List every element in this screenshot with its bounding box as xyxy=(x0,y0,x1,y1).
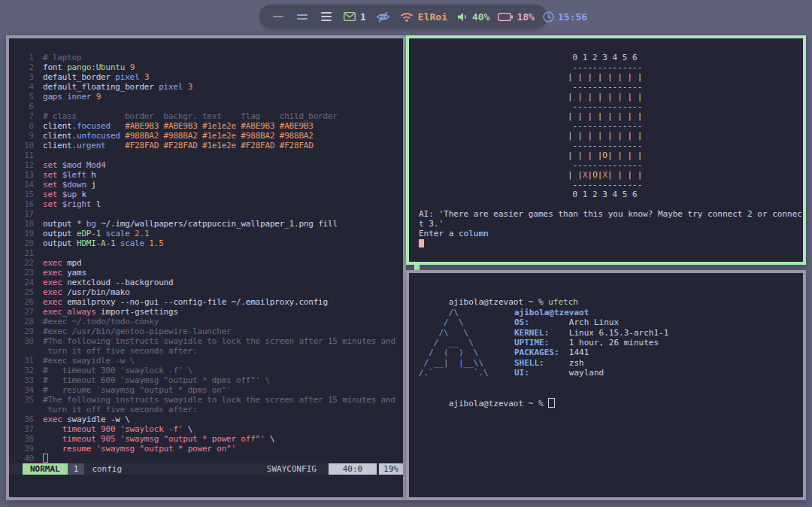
status-bar: 1 ElRoi 40% 18% 15:56 xyxy=(259,5,547,29)
editor-row: 21 xyxy=(9,248,403,258)
triple-line-icon xyxy=(321,12,332,21)
editor-row: 11 xyxy=(9,150,403,160)
ai-message-line2: t 3.' xyxy=(419,219,803,229)
editor-row: 18output * bg ~/.img/wallpapers/catppucc… xyxy=(9,219,403,229)
editor-row: 35#The following instructs swayidle to l… xyxy=(9,395,403,405)
battery-value: 18% xyxy=(517,11,534,23)
editor-row: turn it off five seconds after: xyxy=(9,405,403,414)
editor-row: 8client.focused #ABE9B3 #ABE9B3 #1e1e2e … xyxy=(9,121,403,131)
player-x-piece: X xyxy=(602,170,607,180)
layout-single-button[interactable] xyxy=(273,16,283,17)
editor-statusline: NORMAL 1 config SWAYCONFIG 40:0 19% xyxy=(9,463,403,475)
editor-row: 4default_floating_border pixel 3 xyxy=(9,82,403,92)
editor-row: 27exec_always import-gsettings xyxy=(9,307,403,317)
command-text: ufetch xyxy=(548,297,578,307)
fetch-info-row: OS: Arch Linux xyxy=(514,317,668,327)
editor-row: 6 xyxy=(9,102,403,111)
wifi-icon xyxy=(400,12,414,22)
filetype-label: SWAYCONFIG xyxy=(259,463,324,475)
shell-prompt: ajibola@tzevaot ~ % xyxy=(449,297,548,307)
cursor-position: 40:0 xyxy=(329,463,377,475)
editor-row: 5gaps inner 9 xyxy=(9,92,403,102)
mail-indicator[interactable]: 1 xyxy=(344,11,366,23)
fetch-info-row: UPTIME: 1 hour, 26 minutes xyxy=(514,338,668,348)
editor-row: 3default_border pixel 3 xyxy=(9,72,403,82)
editor-row: 15set $up k xyxy=(9,190,403,199)
editor-window[interactable]: 1# laptop2font pango:Ubuntu 93default_bo… xyxy=(6,35,406,500)
editor-row: 10client.urgent #F28FAD #F28FAD #1e1e2e … xyxy=(9,141,403,150)
editor-row: 12set $mod Mod4 xyxy=(9,160,403,170)
editor-row: 40 xyxy=(9,454,403,463)
editor-cursor xyxy=(43,454,48,463)
battery-icon xyxy=(498,13,513,21)
editor-row: 19output eDP-1 scale 2.1 xyxy=(9,229,403,238)
fetch-info-row: KERNEL: Linux 6.15.3-arch1-1 xyxy=(514,328,668,338)
editor-row: 39 resume 'swaymsg "output * power on"' xyxy=(9,444,403,454)
speaker-icon xyxy=(457,12,468,22)
clock-time: 15:56 xyxy=(558,11,587,23)
clock-icon xyxy=(543,11,554,23)
clock-indicator[interactable]: 15:56 xyxy=(543,11,587,23)
editor-row: 16set $right l xyxy=(9,199,403,209)
layout-double-button[interactable] xyxy=(297,14,308,20)
editor-row: 36exec swayidle -w \ xyxy=(9,414,403,424)
mail-count: 1 xyxy=(360,11,366,23)
single-line-icon xyxy=(273,16,283,17)
terminal-cursor-hollow[interactable] xyxy=(548,398,555,408)
editor-row: 9client.unfocused #988BA2 #988BA2 #1e1e2… xyxy=(9,131,403,141)
editor-row: 25exec /usr/bin/mako xyxy=(9,287,403,297)
layout-triple-button[interactable] xyxy=(321,12,332,21)
vim-mode-indicator: NORMAL xyxy=(23,463,68,475)
editor-row: 2font pango:Ubuntu 9 xyxy=(9,62,403,72)
editor-rows: 1# laptop2font pango:Ubuntu 93default_bo… xyxy=(9,38,403,463)
terminal-cursor[interactable] xyxy=(419,239,424,247)
editor-row: 23exec yams xyxy=(9,268,403,278)
buffer-number: 1 xyxy=(68,463,85,475)
editor-row: 33# timeout 600 'swaymsg "output * dpms … xyxy=(9,375,403,385)
scroll-progress: 19% xyxy=(379,463,403,475)
editor-row: 29#exec /usr/bin/gentoo-pipewire-launche… xyxy=(9,326,403,336)
wifi-indicator[interactable]: ElRoi xyxy=(400,11,447,23)
statusline-lead xyxy=(9,463,23,475)
connect4-board: 0 1 2 3 4 5 6 --------------| | | | | | … xyxy=(568,53,803,199)
editor-row: 26exec emailproxy --no-gui --config-file… xyxy=(9,297,403,307)
editor-row: 7# class border backgr. text flag child_… xyxy=(9,111,403,121)
wifi-name: ElRoi xyxy=(418,11,447,23)
fetch-info-row: UI: wayland xyxy=(514,368,668,378)
player-x-piece: X xyxy=(583,170,588,180)
editor-row: 13set $left h xyxy=(9,170,403,180)
game-prompt: Enter a column xyxy=(419,229,803,238)
volume-value: 40% xyxy=(472,11,489,23)
editor-row: 24exec nextcloud --background xyxy=(9,278,403,287)
editor-row: 32# timeout 300 'swaylock -f' \ xyxy=(9,366,403,375)
editor-row: 17 xyxy=(9,209,403,219)
volume-indicator[interactable]: 40% xyxy=(457,11,489,23)
privacy-indicator[interactable] xyxy=(376,11,390,23)
arch-logo-ascii: /\ / \ /\ \ / __ \ / ( ) \ / __| |__\\ /… xyxy=(419,308,495,378)
editor-row: 38 timeout 905 'swaymsg "output * power … xyxy=(9,434,403,444)
shell-prompt-bottom: ajibola@tzevaot ~ % xyxy=(449,399,548,408)
editor-row: 28#exec ~/.todo/todo-conky xyxy=(9,317,403,326)
editor-row: 37 timeout 900 'swaylock -f' \ xyxy=(9,424,403,434)
connect4-terminal-window[interactable]: 0 1 2 3 4 5 6 --------------| | | | | | … xyxy=(406,35,806,265)
ufetch-terminal-window[interactable]: ajibola@tzevaot ~ % ufetch /\ / \ /\ \ /… xyxy=(406,270,806,500)
player-o-piece: O xyxy=(602,150,607,160)
ai-message-line1: AI: 'There are easier games than this yo… xyxy=(419,209,803,219)
battery-indicator[interactable]: 18% xyxy=(498,11,534,23)
editor-row: 14set $down j xyxy=(9,180,403,190)
fetch-info-row: PACKAGES: 1441 xyxy=(514,348,668,357)
editor-row: turn it off five seconds after: xyxy=(9,346,403,356)
double-line-icon xyxy=(297,14,308,20)
editor-row: 31#exec swayidle -w \ xyxy=(9,356,403,366)
fetch-info: ajibola@tzevaotOS: Arch LinuxKERNEL: Lin… xyxy=(514,308,668,378)
player-o-piece: O xyxy=(592,170,598,180)
mail-icon xyxy=(344,12,356,21)
editor-row: 20output HDMI-A-1 scale 1.5 xyxy=(9,238,403,248)
editor-row: 34# resume 'swaymsg "output * dpms on"' xyxy=(9,385,403,395)
eye-off-icon xyxy=(376,11,390,23)
editor-row: 30#The following instructs swayidle to l… xyxy=(9,336,403,346)
filename-label: config xyxy=(84,463,129,475)
fetch-title: ajibola@tzevaot xyxy=(514,308,668,317)
fetch-info-row: SHELL: zsh xyxy=(514,358,668,368)
editor-row: 1# laptop xyxy=(9,53,403,62)
